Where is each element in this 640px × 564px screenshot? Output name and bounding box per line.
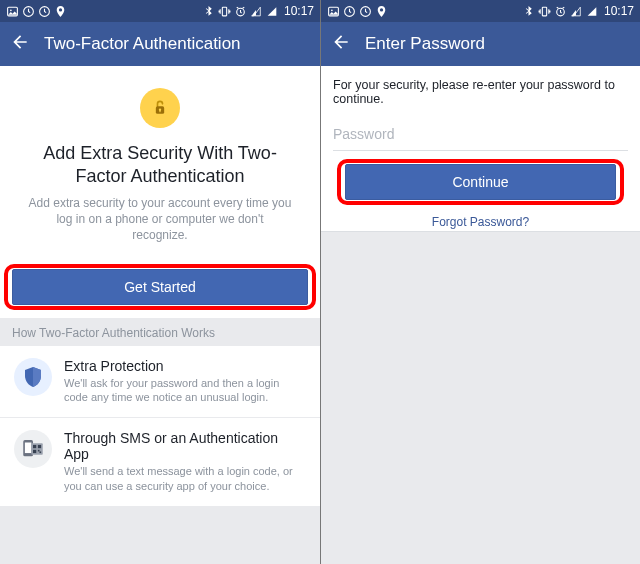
- status-left: [327, 5, 388, 18]
- back-arrow-icon[interactable]: [331, 32, 351, 56]
- svg-rect-10: [25, 443, 32, 454]
- hero-title: Add Extra Security With Two-Factor Authe…: [16, 142, 304, 187]
- list-item-desc: We'll send a text message with a login c…: [64, 464, 306, 494]
- list-item-extra-protection: Extra Protection We'll ask for your pass…: [0, 346, 320, 418]
- shield-icon: [14, 358, 52, 396]
- vibrate-icon: [218, 5, 231, 18]
- signal-icon: [250, 5, 263, 18]
- app-header: Enter Password: [321, 22, 640, 66]
- clock-icon: [38, 5, 51, 18]
- alarm-icon: [554, 5, 567, 18]
- screen-enter-password: 10:17 Enter Password For your security, …: [320, 0, 640, 564]
- header-title: Enter Password: [365, 34, 485, 54]
- alarm-icon: [234, 5, 247, 18]
- location-icon: [375, 5, 388, 18]
- hero-desc: Add extra security to your account every…: [16, 195, 304, 244]
- svg-point-18: [331, 9, 333, 11]
- list-item-desc: We'll ask for your password and then a l…: [64, 376, 306, 406]
- svg-rect-4: [222, 7, 226, 16]
- password-card: For your security, please re-enter your …: [321, 66, 640, 232]
- signal-icon: [266, 5, 279, 18]
- svg-rect-16: [40, 452, 42, 454]
- back-arrow-icon[interactable]: [10, 32, 30, 56]
- image-icon: [327, 5, 340, 18]
- cta-highlight: Get Started: [4, 264, 316, 310]
- screen-two-factor: 10:17 Two-Factor Authentication Add Extr…: [0, 0, 320, 564]
- svg-rect-14: [33, 450, 36, 453]
- location-icon: [54, 5, 67, 18]
- password-input[interactable]: [333, 120, 628, 151]
- clock-icon: [343, 5, 356, 18]
- svg-rect-15: [38, 450, 40, 452]
- image-icon: [6, 5, 19, 18]
- prompt-text: For your security, please re-enter your …: [333, 78, 628, 106]
- content: For your security, please re-enter your …: [321, 66, 640, 564]
- app-header: Two-Factor Authentication: [0, 22, 320, 66]
- status-right: 10:17: [202, 4, 314, 18]
- lock-key-icon: [140, 88, 180, 128]
- status-bar: 10:17: [0, 0, 320, 22]
- bluetooth-icon: [522, 5, 535, 18]
- content: Add Extra Security With Two-Factor Authe…: [0, 66, 320, 564]
- list-item-sms-app: Through SMS or an Authentication App We'…: [0, 417, 320, 506]
- clock-icon: [22, 5, 35, 18]
- svg-point-1: [10, 9, 12, 11]
- phone-qr-icon: [14, 430, 52, 468]
- svg-rect-13: [38, 445, 41, 448]
- status-bar: 10:17: [321, 0, 640, 22]
- empty-area: [321, 232, 640, 564]
- svg-rect-21: [542, 7, 546, 16]
- list-item-title: Extra Protection: [64, 358, 306, 374]
- status-right: 10:17: [522, 4, 634, 18]
- status-time: 10:17: [284, 4, 314, 18]
- forgot-password-link[interactable]: Forgot Password?: [333, 209, 628, 231]
- bluetooth-icon: [202, 5, 215, 18]
- continue-button[interactable]: Continue: [345, 164, 616, 200]
- signal-icon: [586, 5, 599, 18]
- section-label: How Two-Factor Authentication Works: [0, 318, 320, 346]
- status-time: 10:17: [604, 4, 634, 18]
- svg-rect-12: [33, 445, 36, 448]
- clock-icon: [359, 5, 372, 18]
- header-title: Two-Factor Authentication: [44, 34, 241, 54]
- hero: Add Extra Security With Two-Factor Authe…: [0, 66, 320, 258]
- svg-rect-8: [159, 110, 160, 113]
- signal-icon: [570, 5, 583, 18]
- status-left: [6, 5, 67, 18]
- cta-highlight: Continue: [337, 159, 624, 205]
- vibrate-icon: [538, 5, 551, 18]
- get-started-button[interactable]: Get Started: [12, 269, 308, 305]
- info-list: Extra Protection We'll ask for your pass…: [0, 346, 320, 506]
- list-item-title: Through SMS or an Authentication App: [64, 430, 306, 462]
